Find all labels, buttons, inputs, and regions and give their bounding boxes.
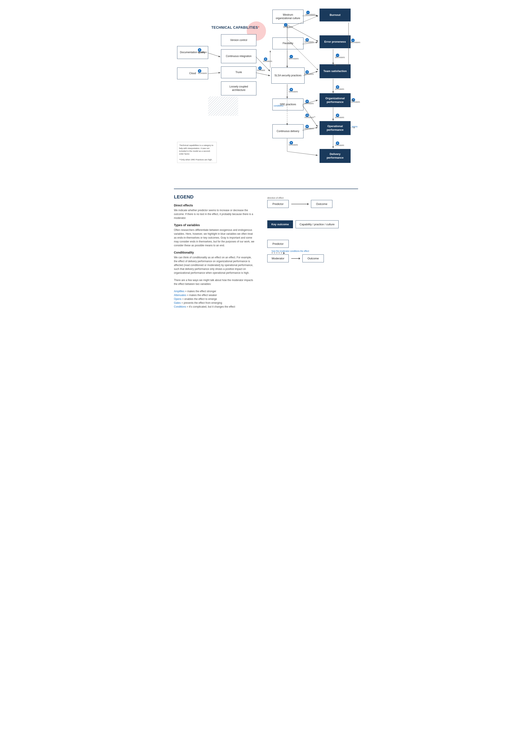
legend-direct-effects-diagram: direction of effect Predictor Outcome bbox=[264, 194, 358, 210]
westrum-culture-box: Westrum organizational culture bbox=[272, 10, 303, 24]
svg-line-7 bbox=[256, 73, 270, 76]
loosely-coupled-box: Loosely coupled architecture bbox=[221, 81, 256, 95]
direction-label: direction of effect bbox=[267, 197, 355, 199]
label-westrum-burn-dec: decreases bbox=[305, 13, 315, 16]
legend-section: LEGEND Direct effects We indicate whethe… bbox=[174, 189, 358, 312]
legend-predictor-box: Predictor bbox=[267, 200, 289, 208]
slsa-security-box: SLSA security practices bbox=[271, 68, 305, 84]
label-team-org-inc: increases bbox=[335, 88, 344, 90]
label-cloud-increases: increases bbox=[198, 72, 207, 74]
conditionality-text2: There are a few ways we might talk about… bbox=[174, 278, 255, 286]
svg-line-21 bbox=[302, 105, 317, 126]
svg-line-24 bbox=[287, 151, 317, 155]
svg-line-6 bbox=[208, 73, 220, 74]
delivery-performance-box: Delivery performance bbox=[319, 149, 351, 163]
label-slsa-sre-inc: increases bbox=[289, 91, 298, 93]
legend-outcome-box: Outcome bbox=[311, 200, 332, 208]
legend-moderator-box: Moderator bbox=[267, 255, 289, 262]
label-oper-opens: opens bbox=[352, 125, 357, 128]
tech-cap-label: TECHNICAL CAPABILITIES* bbox=[212, 26, 259, 30]
label-oper-del-inc: increases bbox=[335, 144, 344, 147]
label-cd-oper-inc: increases bbox=[305, 127, 314, 130]
types-vars-text: Often researchers differentiate between … bbox=[174, 228, 255, 247]
trunk-box: Trunk bbox=[221, 67, 256, 78]
legend-cap-prac-cult-box: Capability / practice / culture bbox=[295, 220, 339, 228]
footnote-2: **Only when SRE Practices are high. bbox=[179, 158, 215, 161]
legend-predictor2-box: Predictor bbox=[267, 240, 289, 248]
legend-title: LEGEND bbox=[174, 194, 255, 200]
error-proneness-box: Error proneness bbox=[319, 35, 351, 48]
label-slsa-team-inc: increases bbox=[305, 73, 314, 75]
label-error-team-dec: decreases bbox=[335, 56, 345, 59]
direct-effects-text: We indicate whether predictor seems to i… bbox=[174, 208, 255, 220]
label-cd-del-inc: increases bbox=[289, 144, 298, 146]
label-trunk-slsa-inc: increase bbox=[257, 69, 265, 71]
svg-rect-1 bbox=[208, 96, 238, 116]
direct-effects-subtitle: Direct effects bbox=[174, 203, 255, 207]
continuous-integration-box: Continuous integration bbox=[221, 49, 256, 63]
how-moderator-label: how the moderator conditions the effect bbox=[271, 250, 309, 252]
conditionality-terms: Amplifies = makes the effect stronger At… bbox=[174, 289, 255, 309]
label-burn-team-dec: decreases bbox=[350, 41, 360, 43]
hatch-decoration bbox=[208, 96, 238, 116]
svg-line-5 bbox=[208, 53, 220, 57]
label-org-oper-inc: increases bbox=[335, 116, 344, 119]
diagram-section: TECHNICAL CAPABILITIES* Documentation qu… bbox=[174, 4, 358, 180]
legend-key-outcome-box: Key outcome bbox=[267, 220, 293, 228]
version-control-box: Version control bbox=[221, 34, 256, 46]
label-sre-org-inc: increases bbox=[305, 102, 314, 105]
legend-conditionality-diagram: Predictor how the moderator conditions t… bbox=[264, 237, 358, 265]
footnote-1: *Technical capabilities is a category to… bbox=[179, 144, 215, 155]
org-performance-box: Organizational performance bbox=[319, 93, 351, 107]
label-sre-oper-inc: increases** bbox=[305, 116, 316, 119]
legend-outcome2-box: Outcome bbox=[302, 255, 324, 262]
legend-types-diagram: Key outcome Capability / practice / cult… bbox=[264, 217, 358, 231]
label-doc-increases: increases bbox=[198, 51, 207, 53]
continuous-delivery-box: Continuous delivery bbox=[272, 124, 303, 138]
conditionality-text1: We can think of conditionality as an eff… bbox=[174, 256, 255, 275]
footnote-box: *Technical capabilities is a category to… bbox=[177, 142, 217, 163]
flexibility-box: Flexibility bbox=[272, 38, 303, 49]
operational-performance-box: Operational performance bbox=[319, 121, 351, 135]
label-org-right-inc: increases bbox=[351, 101, 360, 103]
label-conditions: conditions bbox=[274, 105, 283, 107]
label-flex-slsa-inc: increases bbox=[263, 60, 272, 62]
legend-right-column: direction of effect Predictor Outcome Ke… bbox=[264, 194, 358, 312]
types-vars-subtitle: Types of variables bbox=[174, 223, 255, 227]
label-slsa-burn-dec: decreases bbox=[289, 57, 298, 60]
legend-left-column: LEGEND Direct effects We indicate whethe… bbox=[174, 194, 255, 312]
conditionality-subtitle: Conditionality bbox=[174, 251, 255, 254]
label-westrum-low-dec: decreases bbox=[283, 26, 293, 28]
team-satisfaction-box: Team satisfaction bbox=[319, 64, 351, 78]
burnout-box: Burnout bbox=[319, 9, 351, 21]
label-flex-inc: increases bbox=[305, 41, 314, 43]
